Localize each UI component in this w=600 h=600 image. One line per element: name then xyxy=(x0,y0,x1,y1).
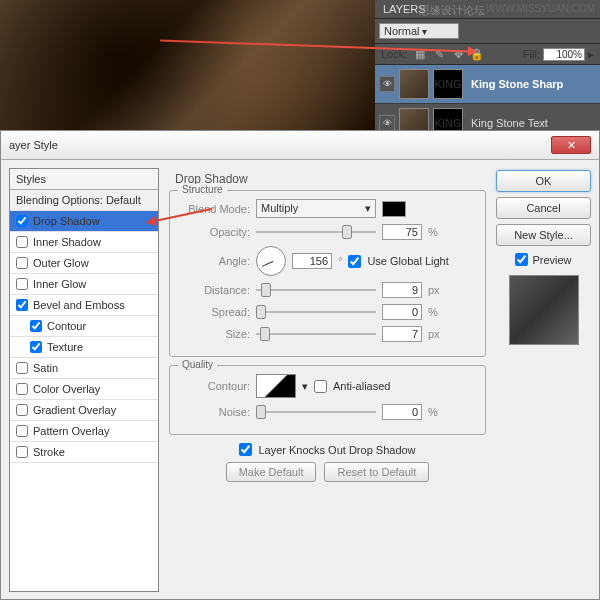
preview-thumbnail xyxy=(509,275,579,345)
layer-row[interactable]: 👁 KING King Stone Sharp xyxy=(375,65,600,104)
layers-blend-row: Normal ▾ xyxy=(375,19,600,44)
structure-group: Structure Blend Mode: Multiply▾ Opacity:… xyxy=(169,190,486,357)
layer-name: King Stone Sharp xyxy=(471,78,563,90)
style-label: Stroke xyxy=(33,446,65,458)
style-label: Outer Glow xyxy=(33,257,89,269)
preview-checkbox[interactable] xyxy=(515,253,528,266)
lock-row: Lock: ▦ ✎ ✥ 🔒 Fill: ▸ xyxy=(375,44,600,65)
dialog-titlebar[interactable]: ayer Style ✕ xyxy=(1,131,599,160)
style-item-gradient-overlay[interactable]: Gradient Overlay xyxy=(10,400,158,421)
style-checkbox[interactable] xyxy=(16,215,28,227)
dialog-title-text: ayer Style xyxy=(9,139,58,151)
cancel-button[interactable]: Cancel xyxy=(496,197,591,219)
styles-list-header[interactable]: Styles xyxy=(10,169,158,190)
style-item-inner-shadow[interactable]: Inner Shadow xyxy=(10,232,158,253)
style-item-outer-glow[interactable]: Outer Glow xyxy=(10,253,158,274)
style-label: Inner Glow xyxy=(33,278,86,290)
reset-default-button[interactable]: Reset to Default xyxy=(324,462,429,482)
angle-label: Angle: xyxy=(180,255,250,267)
spread-input[interactable] xyxy=(382,304,422,320)
visibility-icon[interactable]: 👁 xyxy=(379,76,395,92)
style-item-drop-shadow[interactable]: Drop Shadow xyxy=(10,211,158,232)
style-checkbox[interactable] xyxy=(16,425,28,437)
url-watermark: WWW.MISSYUAN.COM xyxy=(486,3,595,14)
style-label: Drop Shadow xyxy=(33,215,100,227)
layer-thumbnail[interactable] xyxy=(399,69,429,99)
size-slider[interactable] xyxy=(256,333,376,335)
spread-slider[interactable] xyxy=(256,311,376,313)
style-checkbox[interactable] xyxy=(16,383,28,395)
style-label: Contour xyxy=(47,320,86,332)
blend-mode-select[interactable]: Normal ▾ xyxy=(379,23,459,39)
style-checkbox[interactable] xyxy=(30,320,42,332)
style-label: Gradient Overlay xyxy=(33,404,116,416)
noise-slider[interactable] xyxy=(256,411,376,413)
contour-picker[interactable] xyxy=(256,374,296,398)
dialog-actions: OK Cancel New Style... Preview xyxy=(496,168,591,592)
style-label: Satin xyxy=(33,362,58,374)
settings-column: Drop Shadow Structure Blend Mode: Multip… xyxy=(165,168,490,592)
style-item-contour[interactable]: Contour xyxy=(10,316,158,337)
preview-label: Preview xyxy=(532,254,571,266)
global-light-label: Use Global Light xyxy=(367,255,448,267)
blend-mode-dropdown[interactable]: Multiply▾ xyxy=(256,199,376,218)
close-icon[interactable]: ✕ xyxy=(551,136,591,154)
size-input[interactable] xyxy=(382,326,422,342)
fill-input[interactable] xyxy=(543,48,585,61)
style-checkbox[interactable] xyxy=(16,362,28,374)
style-label: Bevel and Emboss xyxy=(33,299,125,311)
shadow-color-swatch[interactable] xyxy=(382,201,406,217)
quality-legend: Quality xyxy=(178,359,217,370)
opacity-input[interactable] xyxy=(382,224,422,240)
contour-label: Contour: xyxy=(180,380,250,392)
distance-input[interactable] xyxy=(382,282,422,298)
watermark-text: 思缘设计论坛 xyxy=(419,3,485,18)
quality-group: Quality Contour: ▾ Anti-aliased Noise: % xyxy=(169,365,486,435)
ok-button[interactable]: OK xyxy=(496,170,591,192)
antialiased-checkbox[interactable] xyxy=(314,380,327,393)
style-item-texture[interactable]: Texture xyxy=(10,337,158,358)
distance-label: Distance: xyxy=(180,284,250,296)
style-label: Texture xyxy=(47,341,83,353)
style-checkbox[interactable] xyxy=(16,278,28,290)
style-label: Pattern Overlay xyxy=(33,425,109,437)
fill-label: Fill: xyxy=(523,48,540,60)
style-label: Inner Shadow xyxy=(33,236,101,248)
noise-input[interactable] xyxy=(382,404,422,420)
make-default-button[interactable]: Make Default xyxy=(226,462,317,482)
layer-name: King Stone Text xyxy=(471,117,548,129)
layer-style-dialog: ayer Style ✕ Styles Blending Options: De… xyxy=(0,130,600,600)
noise-label: Noise: xyxy=(180,406,250,418)
knockout-label: Layer Knocks Out Drop Shadow xyxy=(258,444,415,456)
spread-label: Spread: xyxy=(180,306,250,318)
angle-dial[interactable] xyxy=(256,246,286,276)
style-checkbox[interactable] xyxy=(16,299,28,311)
chevron-down-icon: ▾ xyxy=(365,202,371,215)
style-item-satin[interactable]: Satin xyxy=(10,358,158,379)
size-label: Size: xyxy=(180,328,250,340)
style-checkbox[interactable] xyxy=(16,236,28,248)
visibility-icon[interactable]: 👁 xyxy=(379,115,395,131)
structure-legend: Structure xyxy=(178,184,227,195)
distance-slider[interactable] xyxy=(256,289,376,291)
style-item-bevel-and-emboss[interactable]: Bevel and Emboss xyxy=(10,295,158,316)
style-checkbox[interactable] xyxy=(16,404,28,416)
global-light-checkbox[interactable] xyxy=(348,255,361,268)
style-item-pattern-overlay[interactable]: Pattern Overlay xyxy=(10,421,158,442)
knockout-checkbox[interactable] xyxy=(239,443,252,456)
style-item-color-overlay[interactable]: Color Overlay xyxy=(10,379,158,400)
style-checkbox[interactable] xyxy=(16,446,28,458)
blending-options-item[interactable]: Blending Options: Default xyxy=(10,190,158,211)
opacity-slider[interactable] xyxy=(256,231,376,233)
layers-panel: LAYERS Normal ▾ Lock: ▦ ✎ ✥ 🔒 Fill: ▸ 👁 … xyxy=(375,0,600,143)
new-style-button[interactable]: New Style... xyxy=(496,224,591,246)
angle-input[interactable] xyxy=(292,253,332,269)
style-item-inner-glow[interactable]: Inner Glow xyxy=(10,274,158,295)
canvas-background xyxy=(0,0,375,135)
fill-dropdown-icon[interactable]: ▸ xyxy=(588,48,594,61)
chevron-down-icon[interactable]: ▾ xyxy=(302,380,308,393)
style-checkbox[interactable] xyxy=(16,257,28,269)
style-checkbox[interactable] xyxy=(30,341,42,353)
layer-mask-thumbnail[interactable]: KING xyxy=(433,69,463,99)
style-item-stroke[interactable]: Stroke xyxy=(10,442,158,463)
